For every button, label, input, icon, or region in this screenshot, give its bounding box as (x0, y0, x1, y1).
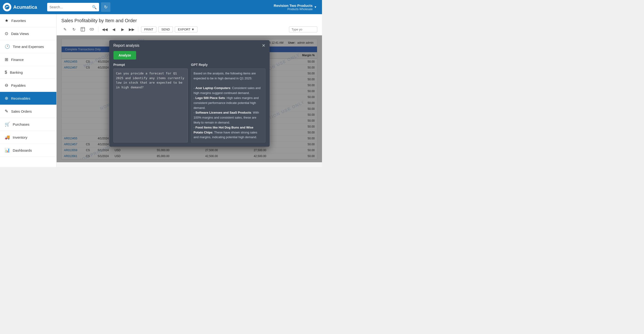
modal-header: Report analysis ✕ (109, 40, 270, 51)
modal-overlay: Report analysis ✕ Analyze Prompt GPT Rep… (56, 36, 322, 162)
sidebar-item-finance[interactable]: ⊞Finance (0, 53, 56, 66)
sidebar-item-label: Data Views (11, 32, 29, 36)
prompt-label: Prompt (114, 63, 188, 67)
link-icon[interactable] (88, 26, 95, 33)
payables-icon: ⊖ (5, 83, 8, 88)
sidebar-item-time-expenses[interactable]: 🕐Time and Expenses (0, 40, 56, 53)
time-expenses-icon: 🕐 (5, 44, 10, 49)
analyze-button[interactable]: Analyze (114, 51, 136, 60)
modal-body: Prompt GPT Reply Based on the analysis, … (109, 63, 270, 147)
sidebar-item-label: Purchases (13, 122, 30, 126)
send-button[interactable]: SEND (158, 27, 173, 32)
gpt-reply-content: Based on the analysis, the following ite… (191, 69, 266, 142)
modal-gpt-column: GPT Reply Based on the analysis, the fol… (191, 63, 266, 142)
company-info: Revision Two Products Products Wholesale (274, 4, 312, 11)
search-input[interactable] (50, 5, 92, 9)
modal-prompt-column: Prompt (114, 63, 188, 142)
gpt-reply-label: GPT Reply (191, 63, 266, 67)
banking-icon: $ (5, 70, 7, 75)
top-navigation: Acumatica 🔍 ↻ Revision Two Products Prod… (0, 0, 322, 14)
toolbar-separator-2 (138, 27, 138, 32)
sidebar-item-label: Finance (11, 58, 24, 62)
sidebar-item-label: Payables (11, 83, 26, 87)
sidebar-item-label: Dashboards (13, 148, 32, 152)
sidebar-item-receivables[interactable]: ⊕Receivables (0, 92, 56, 105)
refresh-icon[interactable]: ↻ (70, 26, 77, 33)
company-sub: Products Wholesale (274, 8, 312, 11)
edit-icon[interactable]: ✎ (61, 26, 68, 33)
print-button[interactable]: PRINT (141, 27, 156, 32)
modal-title: Report analysis (114, 44, 140, 48)
type-input[interactable] (289, 27, 317, 32)
favorites-icon: ★ (5, 18, 8, 23)
sidebar-item-data-views[interactable]: ⊙Data Views (0, 27, 56, 40)
last-page-icon[interactable]: ▶▶ (128, 26, 135, 33)
modal-close-button[interactable]: ✕ (262, 44, 266, 48)
dashboards-icon: 📊 (5, 148, 10, 153)
company-selector[interactable]: Revision Two Products Products Wholesale… (271, 2, 319, 12)
purchases-icon: 🛒 (5, 122, 10, 127)
prompt-textarea[interactable] (114, 69, 188, 142)
sidebar-item-label: Receivables (11, 96, 30, 100)
search-icon[interactable]: 🔍 (92, 5, 97, 10)
sidebar-item-purchases[interactable]: 🛒Purchases (0, 118, 56, 131)
main-layout: ★Favorites⊙Data Views🕐Time and Expenses⊞… (0, 14, 322, 167)
chevron-down-icon: ▼ (191, 28, 194, 31)
sidebar-item-label: Favorites (11, 19, 26, 23)
page-header: Sales Profitability by Item and Order ✎ … (56, 14, 322, 36)
sidebar-item-label: Sales Orders (11, 109, 32, 113)
report-content: NON-PRODUCTION USE ONLY NON-PRODUCTION U… (56, 36, 322, 162)
sidebar-item-label: Time and Expenses (13, 45, 44, 49)
svg-rect-1 (81, 27, 85, 31)
sidebar-item-label: Banking (10, 70, 23, 74)
sales-orders-icon: ✎ (5, 109, 8, 114)
sidebar-item-dashboards[interactable]: 📊Dashboards (0, 144, 56, 157)
sidebar-item-favorites[interactable]: ★Favorites (0, 14, 56, 27)
svg-point-0 (5, 5, 10, 10)
sidebar-item-payables[interactable]: ⊖Payables (0, 79, 56, 92)
prev-page-icon[interactable]: ◀ (110, 26, 117, 33)
first-page-icon[interactable]: ◀◀ (101, 26, 108, 33)
table-icon[interactable] (79, 26, 86, 33)
logo-icon (3, 3, 11, 11)
data-views-icon: ⊙ (5, 31, 8, 36)
toolbar: ✎ ↻ ◀◀ ◀ ▶ ▶▶ (61, 26, 317, 35)
history-button[interactable]: ↻ (101, 2, 110, 12)
export-button[interactable]: EXPORT ▼ (175, 27, 198, 32)
receivables-icon: ⊕ (5, 96, 8, 101)
sidebar-item-sales-orders[interactable]: ✎Sales Orders (0, 105, 56, 118)
report-analysis-modal: Report analysis ✕ Analyze Prompt GPT Rep… (109, 40, 270, 147)
sidebar-item-inventory[interactable]: 🚚Inventory (0, 131, 56, 144)
next-page-icon[interactable]: ▶ (119, 26, 126, 33)
inventory-icon: 🚚 (5, 135, 10, 140)
logo[interactable]: Acumatica (3, 3, 45, 11)
sidebar-item-label: Inventory (13, 135, 27, 139)
content-area: Sales Profitability by Item and Order ✎ … (56, 14, 322, 167)
sidebar: ★Favorites⊙Data Views🕐Time and Expenses⊞… (0, 14, 56, 167)
company-name: Revision Two Products (274, 4, 312, 8)
app-name: Acumatica (13, 5, 37, 10)
chevron-down-icon: ▼ (314, 6, 317, 9)
sidebar-item-banking[interactable]: $Banking (0, 66, 56, 79)
finance-icon: ⊞ (5, 57, 8, 62)
page-title: Sales Profitability by Item and Order (61, 18, 317, 23)
search-bar[interactable]: 🔍 (47, 3, 99, 11)
